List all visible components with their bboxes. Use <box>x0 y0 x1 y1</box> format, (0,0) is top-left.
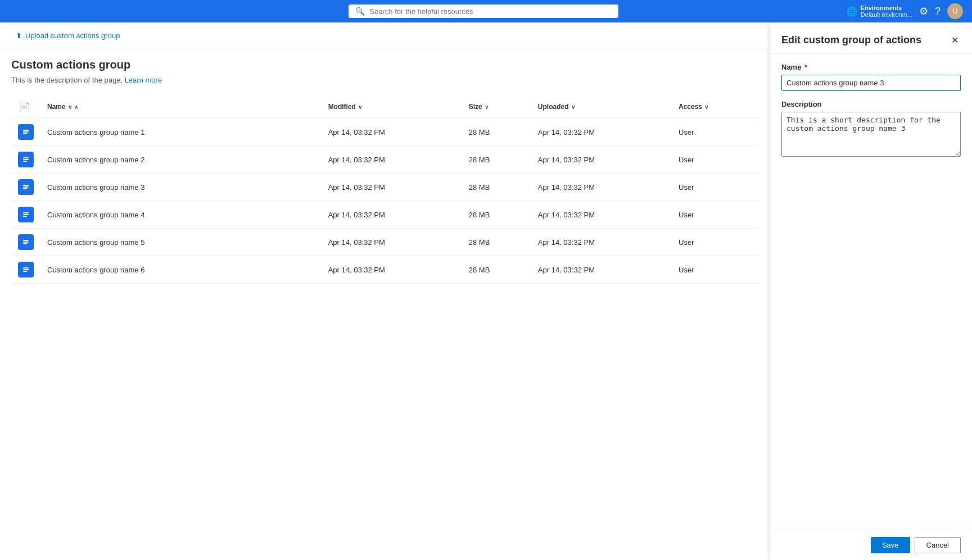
panel-body: Name * Description <box>770 54 972 530</box>
row-uploaded: Apr 14, 03:32 PM <box>531 229 672 256</box>
panel-footer: Save Cancel <box>770 530 972 560</box>
th-access-label: Access <box>679 103 702 111</box>
row-access: User <box>672 119 758 146</box>
row-size: 28 MB <box>462 119 531 146</box>
required-indicator: * <box>804 63 807 71</box>
search-box[interactable]: 🔍 <box>349 4 618 18</box>
app-header: 🔍 🌐 Environments Default environm... ⚙ ?… <box>0 0 972 22</box>
svg-rect-10 <box>23 186 29 188</box>
save-button[interactable]: Save <box>871 537 910 553</box>
table-row[interactable]: Custom actions group name 5 Apr 14, 03:3… <box>11 229 758 256</box>
row-icon-cell <box>11 119 40 146</box>
row-name: Custom actions group name 4 <box>40 201 322 229</box>
uploaded-sort-icon: ∨ <box>571 104 575 110</box>
svg-rect-3 <box>23 133 27 134</box>
svg-rect-13 <box>23 212 29 213</box>
row-uploaded: Apr 14, 03:32 PM <box>531 256 672 284</box>
description-label: Description <box>781 100 961 108</box>
search-input[interactable] <box>369 7 612 16</box>
upload-label: Upload custom actions group <box>25 31 120 40</box>
main-layout: ⬆ Upload custom actions group Custom act… <box>0 22 972 560</box>
page-description: This is the description of the page. Lea… <box>11 76 758 84</box>
table-container: 📄 Name ∨ ∧ Modified ∨ <box>0 89 770 290</box>
row-name: Custom actions group name 1 <box>40 119 322 146</box>
environment-icon: 🌐 <box>846 6 857 17</box>
file-icon <box>18 207 34 222</box>
th-modified[interactable]: Modified ∨ <box>322 95 462 119</box>
svg-rect-7 <box>23 161 27 162</box>
table-row[interactable]: Custom actions group name 6 Apr 14, 03:3… <box>11 256 758 284</box>
svg-rect-5 <box>23 157 29 158</box>
cancel-button[interactable]: Cancel <box>915 537 961 553</box>
th-size[interactable]: Size ∨ <box>462 95 531 119</box>
modified-sort-icon: ∨ <box>358 104 362 110</box>
sort-desc-icon: ∨ <box>68 104 72 110</box>
learn-more-link[interactable]: Learn more <box>125 76 162 84</box>
row-modified: Apr 14, 03:32 PM <box>322 146 462 174</box>
th-name[interactable]: Name ∨ ∧ <box>40 95 322 119</box>
name-label: Name * <box>781 63 961 71</box>
row-icon-cell <box>11 174 40 201</box>
sort-asc-icon: ∧ <box>74 104 78 110</box>
file-icon <box>18 262 34 277</box>
row-uploaded: Apr 14, 03:32 PM <box>531 174 672 201</box>
th-size-label: Size <box>469 103 482 111</box>
upload-button[interactable]: ⬆ Upload custom actions group <box>11 29 124 42</box>
row-access: User <box>672 146 758 174</box>
row-modified: Apr 14, 03:32 PM <box>322 229 462 256</box>
th-access[interactable]: Access ∨ <box>672 95 758 119</box>
table-row[interactable]: Custom actions group name 2 Apr 14, 03:3… <box>11 146 758 174</box>
th-icon: 📄 <box>11 95 40 119</box>
svg-rect-15 <box>23 216 27 217</box>
row-access: User <box>672 201 758 229</box>
header-right: 🌐 Environments Default environm... ⚙ ? U <box>846 3 963 19</box>
row-name: Custom actions group name 6 <box>40 256 322 284</box>
access-sort-icon: ∨ <box>704 104 708 110</box>
env-name: Default environm... <box>861 11 912 18</box>
row-uploaded: Apr 14, 03:32 PM <box>531 119 672 146</box>
avatar[interactable]: U <box>947 3 963 19</box>
file-type-icon: 📄 <box>18 100 31 113</box>
content-area: ⬆ Upload custom actions group Custom act… <box>0 22 770 560</box>
row-uploaded: Apr 14, 03:32 PM <box>531 201 672 229</box>
svg-rect-6 <box>23 159 29 160</box>
environment-info[interactable]: 🌐 Environments Default environm... <box>846 4 912 18</box>
th-name-label: Name <box>47 103 66 111</box>
panel-title: Edit custom group of actions <box>781 34 949 47</box>
panel-header: Edit custom group of actions ✕ <box>770 22 972 54</box>
svg-rect-22 <box>23 269 29 270</box>
table-row[interactable]: Custom actions group name 1 Apr 14, 03:3… <box>11 119 758 146</box>
toolbar: ⬆ Upload custom actions group <box>0 22 770 49</box>
upload-icon: ⬆ <box>16 31 22 40</box>
th-uploaded[interactable]: Uploaded ∨ <box>531 95 672 119</box>
row-icon-cell <box>11 229 40 256</box>
svg-rect-2 <box>23 131 29 133</box>
description-field: Description <box>781 100 961 159</box>
row-icon-cell <box>11 256 40 284</box>
row-access: User <box>672 229 758 256</box>
page-header: Custom actions group This is the descrip… <box>0 49 770 89</box>
table-row[interactable]: Custom actions group name 3 Apr 14, 03:3… <box>11 174 758 201</box>
table-row[interactable]: Custom actions group name 4 Apr 14, 03:3… <box>11 201 758 229</box>
file-icon <box>18 234 34 250</box>
row-access: User <box>672 174 758 201</box>
row-size: 28 MB <box>462 201 531 229</box>
row-icon-cell <box>11 201 40 229</box>
row-modified: Apr 14, 03:32 PM <box>322 256 462 284</box>
close-panel-button[interactable]: ✕ <box>949 34 961 47</box>
row-uploaded: Apr 14, 03:32 PM <box>531 146 672 174</box>
table-header-row: 📄 Name ∨ ∧ Modified ∨ <box>11 95 758 119</box>
name-input[interactable] <box>781 75 961 91</box>
help-icon[interactable]: ? <box>935 6 941 17</box>
svg-rect-9 <box>23 185 29 186</box>
search-icon: 🔍 <box>355 7 365 16</box>
row-access: User <box>672 256 758 284</box>
svg-rect-18 <box>23 242 29 243</box>
row-size: 28 MB <box>462 256 531 284</box>
description-textarea[interactable] <box>781 112 961 157</box>
th-modified-label: Modified <box>328 103 356 111</box>
settings-icon[interactable]: ⚙ <box>919 5 928 17</box>
env-text: Environments Default environm... <box>861 4 912 18</box>
row-name: Custom actions group name 3 <box>40 174 322 201</box>
svg-rect-14 <box>23 214 29 215</box>
